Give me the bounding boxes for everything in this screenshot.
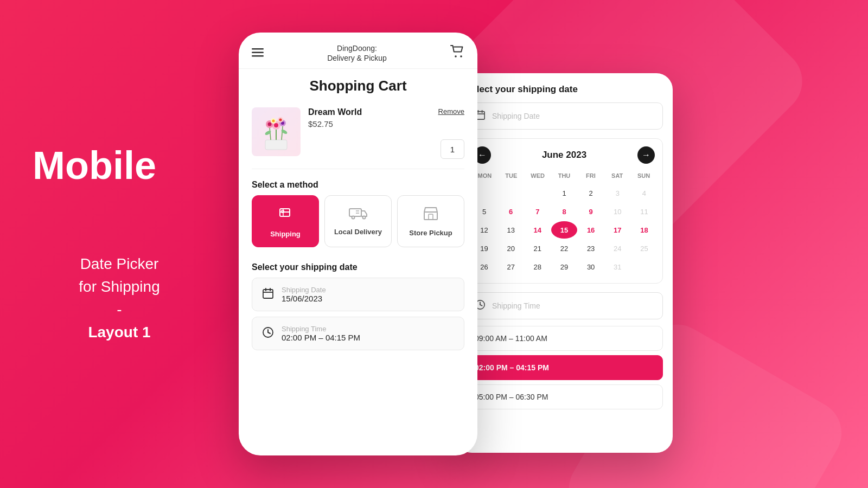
shipping-time-field[interactable]: Shipping Time 02:00 PM – 04:15 PM [252, 317, 464, 350]
left-section: Mobile Date Picker for Shipping - Layout… [0, 144, 206, 343]
method-local-delivery[interactable]: Local Delivery [324, 195, 392, 247]
cal-cell[interactable]: 21 [525, 240, 550, 257]
day-header-fri: FRI [577, 170, 604, 181]
cal-cell [631, 258, 657, 275]
svg-point-27 [352, 216, 355, 219]
cal-cell[interactable]: 10 [605, 203, 630, 220]
svg-point-28 [363, 216, 366, 219]
header-title: DingDoong: Delivery & Pickup [327, 43, 387, 63]
cal-cell[interactable]: 23 [578, 240, 604, 257]
calendar-month: June 2023 [542, 150, 586, 160]
calendar: ← June 2023 → MONTUEWEDTHUFRISATSUN 1234… [465, 138, 663, 284]
remove-button[interactable]: Remove [438, 107, 464, 115]
secondary-time-placeholder: Shipping Time [492, 301, 540, 310]
method-shipping[interactable]: Shipping [252, 195, 319, 247]
hamburger-icon[interactable] [252, 47, 264, 60]
clock-icon [262, 326, 274, 341]
shipping-date-placeholder: Shipping Date [282, 286, 454, 294]
cal-cell[interactable]: 6 [498, 203, 524, 220]
svg-rect-32 [429, 214, 433, 220]
cal-cell[interactable]: 20 [498, 240, 524, 257]
cal-cell[interactable]: 14 [525, 221, 550, 239]
subtitle: Date Picker for Shipping - Layout 1 [33, 253, 206, 344]
date-picker-title: Select your shipping date [465, 84, 663, 95]
svg-point-16 [272, 120, 275, 123]
cal-cell[interactable]: 27 [498, 258, 524, 275]
method-store-pickup-label: Store Pickup [409, 229, 452, 237]
cal-cell [498, 184, 524, 202]
svg-point-18 [279, 119, 282, 121]
cal-cell[interactable]: 1 [551, 184, 577, 202]
cal-cell[interactable]: 28 [525, 258, 550, 275]
cal-cell[interactable]: 30 [578, 258, 604, 275]
secondary-date-field[interactable]: Shipping Date [465, 102, 663, 130]
method-shipping-label: Shipping [270, 230, 301, 238]
svg-point-10 [274, 123, 278, 127]
brand-title: Mobile [33, 144, 206, 187]
cal-cell[interactable]: 11 [631, 203, 657, 220]
product-price: $52.75 [308, 119, 464, 129]
cal-cell[interactable]: 18 [631, 221, 657, 239]
cal-cell[interactable]: 31 [605, 258, 630, 275]
secondary-time-field[interactable]: Shipping Time [465, 292, 663, 319]
time-slots: 09:00 AM – 11:00 AM02:00 PM – 04:15 PM05… [465, 326, 663, 409]
calendar-day-headers: MONTUEWEDTHUFRISATSUN [471, 170, 657, 181]
cal-cell[interactable]: 25 [631, 240, 657, 257]
page-title: Shopping Cart [239, 69, 477, 101]
time-slot-2[interactable]: 05:00 PM – 06:30 PM [465, 384, 663, 409]
subtitle-line3: Layout 1 [88, 324, 150, 341]
method-store-pickup[interactable]: Store Pickup [397, 195, 464, 247]
shipping-date-content: Shipping Date 15/06/2023 [282, 286, 454, 303]
subtitle-separator: - [117, 301, 122, 318]
phone-main-content: DingDoong: Delivery & Pickup Shopping Ca… [239, 33, 477, 455]
store-pickup-icon [422, 204, 439, 224]
svg-line-40 [268, 332, 270, 333]
cal-cell[interactable]: 16 [578, 221, 604, 239]
svg-point-12 [268, 123, 272, 126]
calendar-grid: 1234567891011121314151617181920212223242… [471, 184, 657, 275]
cart-icon[interactable] [450, 45, 464, 61]
cal-cell[interactable]: 9 [578, 203, 604, 220]
svg-rect-1 [252, 52, 264, 53]
subtitle-line1: Date Picker [80, 255, 159, 272]
phone-header: DingDoong: Delivery & Pickup [239, 33, 477, 69]
day-header-thu: THU [551, 170, 578, 181]
divider-1 [252, 169, 464, 169]
cal-cell[interactable]: 2 [578, 184, 604, 202]
shipping-date-field[interactable]: Shipping Date 15/06/2023 [252, 278, 464, 311]
cart-item: Dream World Remove $52.75 1 [239, 101, 477, 165]
next-month-button[interactable]: → [637, 146, 655, 164]
day-header-tue: TUE [498, 170, 525, 181]
cal-cell[interactable]: 17 [605, 221, 630, 239]
cal-cell[interactable]: 8 [551, 203, 577, 220]
method-section-label: Select a method [239, 172, 477, 195]
app-subtitle: Delivery & Pickup [327, 53, 387, 63]
cal-cell[interactable]: 3 [605, 184, 630, 202]
product-info: Dream World Remove $52.75 1 [308, 107, 464, 159]
cal-cell[interactable]: 15 [551, 221, 577, 239]
day-header-sun: SUN [630, 170, 657, 181]
cal-cell [525, 184, 550, 202]
svg-line-7 [270, 127, 271, 140]
product-image [252, 107, 301, 156]
svg-rect-0 [252, 48, 264, 50]
svg-line-8 [282, 126, 283, 140]
shipping-icon [277, 204, 294, 226]
phone-secondary-content: Select your shipping date Shipping Date … [456, 73, 673, 453]
day-header-wed: WED [525, 170, 551, 181]
svg-line-47 [480, 305, 482, 306]
cal-cell[interactable]: 13 [498, 221, 524, 239]
cal-cell[interactable]: 4 [631, 184, 657, 202]
time-slot-1[interactable]: 02:00 PM – 04:15 PM [465, 355, 663, 380]
method-local-delivery-label: Local Delivery [334, 228, 382, 236]
cal-cell[interactable]: 7 [525, 203, 550, 220]
quantity-box[interactable]: 1 [441, 139, 464, 159]
time-slot-0[interactable]: 09:00 AM – 11:00 AM [465, 326, 663, 351]
cal-cell[interactable]: 22 [551, 240, 577, 257]
svg-point-3 [455, 55, 457, 57]
cal-cell[interactable]: 24 [605, 240, 630, 257]
cal-cell[interactable]: 29 [551, 258, 577, 275]
svg-rect-34 [263, 290, 273, 298]
svg-rect-31 [424, 212, 437, 220]
calendar-icon [262, 287, 274, 302]
